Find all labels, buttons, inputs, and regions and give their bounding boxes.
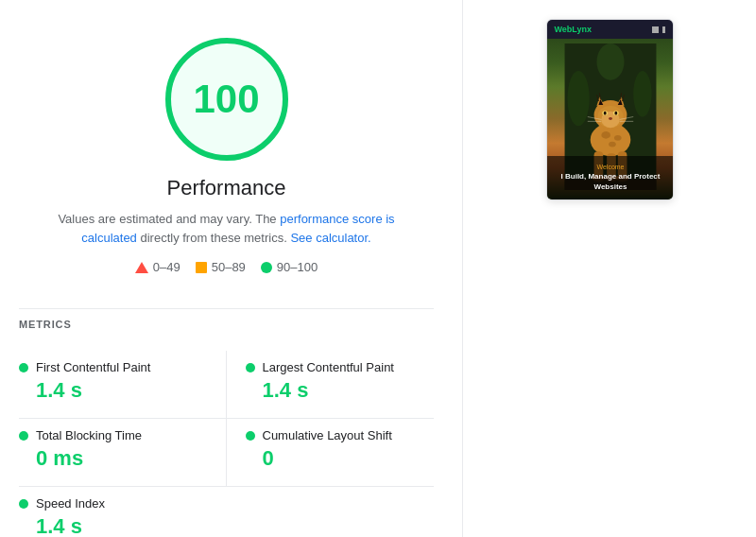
metric-tbt-header: Total Blocking Time <box>19 428 207 442</box>
metric-si-header: Speed Index <box>19 496 208 511</box>
left-panel: 100 Performance Values are estimated and… <box>0 0 463 537</box>
metric-fcp: First Contentful Paint 1.4 s <box>19 351 227 419</box>
legend-item-red: 0–49 <box>135 260 180 274</box>
metric-tbt-dot <box>19 431 28 441</box>
preview-icon-star <box>652 26 659 33</box>
preview-browser-bar: WebLynx <box>547 20 673 39</box>
score-label: Performance <box>167 176 286 200</box>
score-description: Values are estimated and may vary. The p… <box>47 210 406 247</box>
svg-point-10 <box>604 112 607 115</box>
legend-range-orange: 50–89 <box>212 260 246 274</box>
red-icon <box>135 262 148 273</box>
svg-point-2 <box>633 71 651 116</box>
metric-lcp-value: 1.4 s <box>263 378 435 403</box>
legend-item-green: 90–100 <box>261 260 318 274</box>
main-container: 100 Performance Values are estimated and… <box>0 0 756 537</box>
metrics-section: METRICS First Contentful Paint 1.4 s Lar… <box>19 308 434 537</box>
score-circle: 100 <box>165 38 288 161</box>
calculator-link[interactable]: See calculator. <box>290 231 370 245</box>
metric-cls-value: 0 <box>263 446 435 471</box>
metric-cls: Cumulative Layout Shift 0 <box>227 419 435 487</box>
metric-si-value: 1.4 s <box>36 514 208 537</box>
metric-si-dot <box>19 499 28 509</box>
metric-fcp-value: 1.4 s <box>36 378 207 403</box>
legend-range-green: 90–100 <box>277 260 318 274</box>
preview-welcome-text: Welcome <box>555 164 667 170</box>
right-panel: WebLynx <box>463 0 756 537</box>
metric-tbt-value: 0 ms <box>36 446 207 471</box>
metric-fcp-header: First Contentful Paint <box>19 360 207 374</box>
metric-si-name: Speed Index <box>36 496 105 511</box>
preview-icon-menu <box>662 26 665 33</box>
preview-tagline: I Build, Manage and Protect Websites <box>555 172 667 192</box>
metric-lcp: Largest Contentful Paint 1.4 s <box>227 351 435 419</box>
score-number: 100 <box>193 77 259 122</box>
green-icon <box>261 262 272 273</box>
preview-logo: WebLynx <box>555 25 593 34</box>
svg-point-1 <box>567 71 589 126</box>
metric-si: Speed Index 1.4 s <box>19 487 227 537</box>
metric-lcp-header: Largest Contentful Paint <box>246 360 435 374</box>
preview-overlay: Welcome I Build, Manage and Protect Webs… <box>547 156 674 199</box>
svg-point-11 <box>614 112 617 115</box>
metric-cls-dot <box>246 431 255 441</box>
legend-item-orange: 50–89 <box>196 260 246 274</box>
svg-point-3 <box>596 43 624 80</box>
metric-cls-header: Cumulative Layout Shift <box>246 428 435 442</box>
svg-point-33 <box>609 142 616 147</box>
metric-fcp-name: First Contentful Paint <box>36 360 150 374</box>
metric-tbt: Total Blocking Time 0 ms <box>19 419 227 487</box>
svg-point-31 <box>601 131 610 139</box>
preview-image: Welcome I Build, Manage and Protect Webs… <box>547 39 674 199</box>
preview-browser-icons <box>652 26 665 33</box>
score-legend: 0–49 50–89 90–100 <box>135 260 318 274</box>
metric-lcp-name: Largest Contentful Paint <box>263 360 394 374</box>
score-section: 100 Performance Values are estimated and… <box>19 19 434 293</box>
metric-tbt-name: Total Blocking Time <box>36 428 142 442</box>
legend-range-red: 0–49 <box>153 260 180 274</box>
metric-fcp-dot <box>19 363 28 372</box>
metric-cls-name: Cumulative Layout Shift <box>263 428 392 442</box>
description-text: Values are estimated and may vary. The <box>58 212 276 226</box>
metrics-title: METRICS <box>19 308 434 338</box>
website-preview: WebLynx <box>546 19 674 200</box>
orange-icon <box>196 262 207 273</box>
svg-point-32 <box>614 135 622 141</box>
svg-point-12 <box>609 117 612 120</box>
metrics-grid: First Contentful Paint 1.4 s Largest Con… <box>19 351 434 537</box>
metric-lcp-dot <box>246 363 255 372</box>
